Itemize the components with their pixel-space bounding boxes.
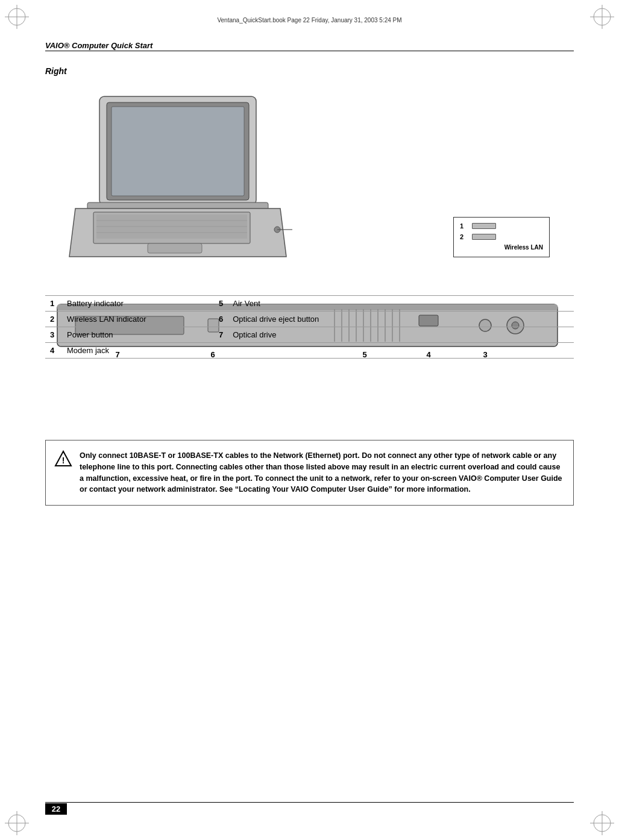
component-label: Power button <box>62 327 207 343</box>
component-number: 2 <box>45 312 62 327</box>
warning-text: Only connect 10BASE-T or 100BASE-TX cabl… <box>80 451 562 494</box>
callout-num-1: 1 <box>460 222 468 230</box>
component-number-2: 7 <box>207 327 228 343</box>
corner-decoration-tl <box>5 5 29 29</box>
component-label-2 <box>228 343 574 359</box>
component-label: Battery indicator <box>62 296 207 312</box>
warning-box: ! Only connect 10BASE-T or 100BASE-TX ca… <box>45 440 574 506</box>
component-label-2: Optical drive eject button <box>228 312 574 327</box>
component-number-2: 5 <box>207 296 228 312</box>
component-number: 1 <box>45 296 62 312</box>
component-label: Modem jack <box>62 343 207 359</box>
file-info: Ventana_QuickStart.book Page 22 Friday, … <box>36 17 583 24</box>
component-label-2: Optical drive <box>228 327 574 343</box>
svg-text:!: ! <box>62 456 65 465</box>
table-row: 1Battery indicator5Air Vent <box>45 296 574 312</box>
page-number: 22 <box>45 803 67 815</box>
corner-decoration-bl <box>5 811 29 835</box>
wireless-lan-callout: 1 2 Wireless LAN <box>453 217 550 257</box>
corner-decoration-tr <box>590 5 614 29</box>
page-title: VAIO® Computer Quick Start <box>45 41 152 50</box>
callout-row-2: 2 <box>460 233 543 240</box>
component-number-2: 6 <box>207 312 228 327</box>
component-table: 1Battery indicator5Air Vent2Wireless LAN… <box>45 295 574 359</box>
component-number: 4 <box>45 343 62 359</box>
component-label-2: Air Vent <box>228 296 574 312</box>
table-row: 2Wireless LAN indicator6Optical drive ej… <box>45 312 574 327</box>
svg-rect-14 <box>112 107 244 196</box>
callout-row-1: 1 <box>460 222 543 230</box>
laptop-illustration <box>45 84 310 271</box>
svg-rect-21 <box>148 243 202 253</box>
callout-num-2: 2 <box>460 233 468 240</box>
bottom-divider <box>45 802 574 803</box>
indicator-2 <box>472 234 496 240</box>
indicator-1 <box>472 223 496 229</box>
section-heading: Right <box>45 66 67 76</box>
table-row: 3Power button7Optical drive <box>45 327 574 343</box>
component-label: Wireless LAN indicator <box>62 312 207 327</box>
warning-icon: ! <box>54 450 72 468</box>
component-number-2 <box>207 343 228 359</box>
wireless-lan-label: Wireless LAN <box>460 244 543 251</box>
corner-decoration-br <box>590 811 614 835</box>
component-number: 3 <box>45 327 62 343</box>
title-divider <box>45 51 574 51</box>
table-row: 4Modem jack <box>45 343 574 359</box>
